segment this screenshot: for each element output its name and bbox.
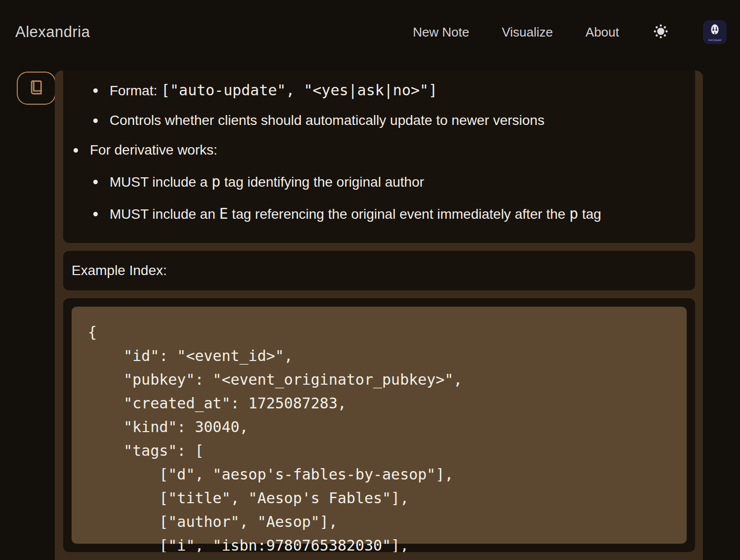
inline-code-span: p — [211, 173, 220, 190]
book-icon — [28, 79, 45, 97]
text-span: tag referencing the original event immed… — [228, 206, 569, 222]
text-span: MUST include an — [110, 206, 219, 222]
inline-code-span: E — [219, 205, 228, 222]
doc-section-card: Format: ["auto-update", "<yes|ask|no>"]C… — [63, 71, 695, 243]
list-item: MUST include an E tag referencing the or… — [63, 205, 695, 223]
format-bullet-list: Format: ["auto-update", "<yes|ask|no>"]C… — [63, 81, 695, 129]
text-span: tag identifying the original author — [221, 174, 425, 190]
main-nav: New Note Visualize About — [413, 20, 727, 44]
derivative-works-list: For derivative works:MUST include a p ta… — [63, 141, 695, 223]
gitcitadel-mascot-icon — [708, 23, 721, 38]
content-panel: Format: ["auto-update", "<yes|ask|no>"]C… — [55, 71, 703, 560]
bullet-dot — [74, 148, 78, 153]
text-span: tag — [578, 206, 601, 222]
theme-toggle-button[interactable] — [654, 24, 668, 40]
brand-title[interactable]: Alexandria — [15, 23, 90, 41]
derivative-works-sublist: MUST include a p tag identifying the ori… — [90, 173, 695, 223]
list-item: Controls whether clients should automati… — [63, 112, 695, 129]
example-index-card: Example Index: — [63, 251, 695, 290]
inline-code-span: ["auto-update", "<yes|ask|no>"] — [161, 81, 437, 99]
text-span: MUST include a — [110, 174, 211, 190]
bullet-dot — [93, 180, 98, 184]
inline-code-span: p — [569, 205, 578, 222]
toc-book-button[interactable] — [17, 72, 56, 105]
app-header: Alexandria New Note Visualize About — [0, 0, 740, 64]
bullet-dot — [93, 212, 98, 216]
code-section-card: { "id": "<event_id>", "pubkey": "<event_… — [63, 298, 695, 552]
bullet-dot — [93, 88, 98, 93]
list-item: MUST include a p tag identifying the ori… — [63, 173, 695, 191]
gitcitadel-logo[interactable]: GitCitadel — [703, 20, 727, 44]
text-span: For derivative works: — [90, 142, 217, 158]
nav-about[interactable]: About — [585, 25, 619, 40]
gitcitadel-logo-caption: GitCitadel — [708, 39, 721, 41]
list-item: Format: ["auto-update", "<yes|ask|no>"] — [63, 81, 695, 100]
json-code-block: { "id": "<event_id>", "pubkey": "<event_… — [72, 307, 687, 544]
text-span: Controls whether clients should automati… — [110, 113, 545, 128]
example-index-label: Example Index: — [72, 263, 167, 279]
text-span: Format: — [110, 83, 161, 98]
json-code-text: { "id": "<event_id>", "pubkey": "<event_… — [88, 320, 677, 552]
bullet-dot — [93, 119, 98, 123]
nav-visualize[interactable]: Visualize — [502, 25, 553, 40]
nav-new-note[interactable]: New Note — [413, 25, 469, 40]
sun-icon — [654, 24, 668, 40]
list-item: For derivative works:MUST include a p ta… — [63, 141, 695, 223]
